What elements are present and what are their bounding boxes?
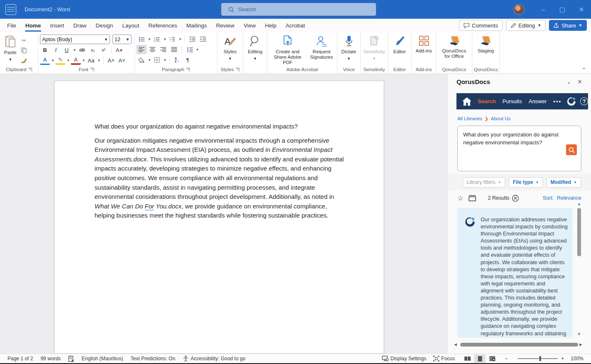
multilevel-dropdown-arrow[interactable]: ▼	[179, 37, 182, 41]
copy-button[interactable]	[19, 46, 29, 55]
styles-dropdown-arrow[interactable]: ▼	[228, 56, 232, 62]
proofing-status-icon[interactable]	[68, 356, 74, 362]
read-mode-button[interactable]	[461, 354, 473, 363]
zoom-level[interactable]: 100%	[571, 356, 584, 362]
paste-dropdown-arrow[interactable]: ▼	[8, 57, 12, 62]
italic-button[interactable]: I	[51, 45, 61, 54]
underline-button[interactable]: U	[62, 45, 72, 54]
tab-view[interactable]: View	[239, 19, 260, 32]
show-paragraph-marks-button[interactable]: ¶	[183, 55, 193, 64]
numbering-button[interactable]: 123	[152, 35, 162, 44]
scroll-up-icon[interactable]: ▲	[577, 202, 581, 207]
increase-indent-button[interactable]	[198, 35, 208, 44]
align-center-button[interactable]	[147, 45, 157, 54]
zoom-slider-thumb[interactable]	[539, 356, 541, 361]
breadcrumb-about-us[interactable]: About Us	[491, 116, 510, 121]
editor-button[interactable]: Editor	[391, 33, 408, 54]
sort-control[interactable]: Sort: Relevance	[543, 195, 581, 201]
font-name-combo[interactable]: Aptos (Body)▼	[40, 35, 110, 44]
zoom-slider[interactable]	[518, 358, 558, 359]
maximize-button[interactable]: ▢	[553, 0, 572, 19]
tab-review[interactable]: Review	[212, 19, 239, 32]
highlight-dropdown-arrow[interactable]: ▼	[67, 59, 70, 62]
clear-results-icon[interactable]	[512, 195, 519, 202]
tab-references[interactable]: References	[144, 19, 182, 32]
editing-button[interactable]: Editing▼	[245, 33, 265, 62]
minimize-button[interactable]: –	[534, 0, 553, 19]
shading-dropdown-arrow[interactable]: ▼	[148, 58, 151, 62]
scroll-down-icon[interactable]: ▼	[577, 332, 581, 337]
addins-button[interactable]: Add-ins	[413, 33, 434, 54]
vertical-scroll-thumb[interactable]	[577, 208, 581, 256]
font-dialog-launcher[interactable]	[90, 68, 94, 72]
web-layout-button[interactable]	[486, 354, 498, 363]
decrease-indent-button[interactable]	[187, 35, 197, 44]
tab-draw[interactable]: Draw	[69, 19, 91, 32]
tab-help[interactable]: Help	[260, 19, 281, 32]
shrink-font-button[interactable]: A˅	[117, 56, 127, 65]
font-color-button[interactable]: A	[71, 56, 81, 65]
tab-file[interactable]: File	[2, 19, 21, 32]
panel-tab-answer[interactable]: Answer	[529, 98, 546, 104]
sort-button[interactable]: AZ↓	[172, 55, 182, 64]
panel-vertical-scrollbar[interactable]: ▲ ▼	[576, 202, 582, 337]
clear-formatting-button[interactable]: A◆	[114, 45, 124, 54]
help-icon[interactable]: ?	[580, 97, 588, 105]
panel-tab-search[interactable]: Search	[478, 98, 496, 104]
share-button[interactable]: Share▼	[549, 20, 587, 31]
paste-button[interactable]: Paste▼	[2, 33, 19, 62]
file-type-dropdown[interactable]: File type▼	[509, 177, 543, 188]
grow-font-button[interactable]: A˄	[106, 56, 116, 65]
superscript-button[interactable]: x²	[99, 45, 109, 54]
collection-box-icon[interactable]	[469, 195, 476, 201]
change-case-button[interactable]: Aa	[86, 56, 96, 65]
favorites-star-icon[interactable]: ☆	[457, 194, 464, 203]
zoom-in-button[interactable]: +	[561, 356, 564, 362]
tab-design[interactable]: Design	[91, 19, 118, 32]
tab-acrobat[interactable]: Acrobat	[281, 19, 310, 32]
panel-search-input[interactable]: What does your organization do against n…	[457, 126, 581, 171]
page-indicator[interactable]: Page 1 of 2	[7, 356, 33, 362]
borders-button[interactable]	[152, 55, 162, 64]
scroll-right-icon[interactable]: ▶	[579, 342, 584, 347]
borders-dropdown-arrow[interactable]: ▼	[163, 58, 167, 62]
panel-overflow-icon[interactable]: •••	[554, 98, 562, 104]
collapse-ribbon-chevron[interactable]: ⌄	[582, 64, 586, 70]
panel-tab-pursuits[interactable]: Pursuits	[502, 98, 522, 104]
styles-button[interactable]: A Styles▼	[221, 33, 239, 62]
bullets-dropdown-arrow[interactable]: ▼	[148, 37, 151, 41]
multilevel-list-button[interactable]: 1ai	[167, 35, 177, 44]
language-indicator[interactable]: English (Mauritius)	[82, 356, 123, 362]
text-effects-dropdown-arrow[interactable]: ▼	[51, 59, 55, 62]
line-spacing-button[interactable]	[185, 45, 195, 54]
bold-button[interactable]: B	[40, 45, 50, 54]
strikethrough-button[interactable]: ab	[77, 45, 87, 54]
justify-button[interactable]	[169, 45, 179, 54]
breadcrumb-all-libraries[interactable]: All Libraries	[457, 116, 482, 121]
tab-layout[interactable]: Layout	[118, 19, 144, 32]
paragraph-dialog-launcher[interactable]	[186, 68, 190, 72]
format-painter-button[interactable]	[19, 56, 29, 65]
horizontal-scroll-thumb[interactable]	[460, 343, 578, 347]
highlight-button[interactable]: ✎	[55, 56, 65, 65]
change-case-dropdown-arrow[interactable]: ▼	[97, 59, 101, 62]
panel-horizontal-scrollbar[interactable]: ◀ ▶	[454, 342, 584, 347]
document-page[interactable]: What does your organization do against n…	[54, 81, 384, 354]
font-color-dropdown-arrow[interactable]: ▼	[82, 59, 85, 62]
panel-close-icon[interactable]: ✕	[574, 79, 585, 85]
bullets-button[interactable]	[137, 35, 147, 44]
library-filters-dropdown[interactable]: Library filters▼	[463, 177, 506, 188]
text-effects-button[interactable]: A	[40, 56, 50, 65]
cut-button[interactable]: ✂	[19, 36, 29, 45]
focus-button[interactable]: Focus	[433, 356, 455, 362]
answer-result-card[interactable]: Our organization addresses negative envi…	[457, 208, 573, 338]
accessibility-status[interactable]: Accessibility: Good to go	[183, 356, 245, 362]
modified-dropdown[interactable]: Modified▼	[546, 177, 581, 188]
home-icon[interactable]	[462, 97, 472, 106]
styles-dialog-launcher[interactable]	[236, 68, 239, 72]
staging-button[interactable]: Staging	[475, 33, 496, 54]
tab-home[interactable]: Home	[21, 19, 46, 32]
panel-search-button[interactable]	[566, 144, 577, 155]
display-settings-button[interactable]: Display Settings	[382, 356, 426, 362]
tab-mailings[interactable]: Mailings	[182, 19, 212, 32]
